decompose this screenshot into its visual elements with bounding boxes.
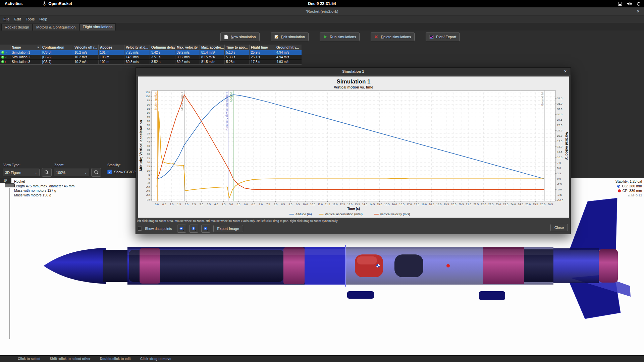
svg-text:55: 55 bbox=[147, 132, 150, 135]
svg-text:60: 60 bbox=[147, 128, 150, 131]
event-marker-label: Motor ignition bbox=[154, 92, 157, 110]
system-top-bar: Activities OpenRocket Dec 9 22:31:54 bbox=[0, 0, 644, 7]
chart-zoom-out-button[interactable] bbox=[201, 225, 210, 233]
dialog-close-icon[interactable]: × bbox=[564, 69, 567, 74]
status-ball-icon bbox=[1, 51, 4, 54]
simulation-toolbar: New simulation Edit simulation Run simul… bbox=[220, 33, 460, 41]
zoom-dropdown[interactable]: 100%⌄ bbox=[54, 169, 89, 176]
svg-text:4.0: 4.0 bbox=[214, 203, 218, 206]
app-name[interactable]: OpenRocket bbox=[43, 1, 72, 6]
table-cell: 10.2 m/s bbox=[73, 60, 99, 64]
chevron-down-icon: ⌄ bbox=[35, 171, 37, 174]
dialog-controls: Show data points Export Image bbox=[138, 224, 569, 233]
column-header[interactable]: Velocity at d... bbox=[124, 45, 150, 50]
svg-text:Altitude (m): Altitude (m) bbox=[296, 212, 312, 216]
svg-text:15.5: 15.5 bbox=[384, 203, 390, 206]
column-header[interactable]: Apogee bbox=[99, 45, 124, 50]
window-title-bar[interactable]: *Rocket (eris2.ork) × bbox=[0, 7, 644, 15]
table-cell: 4.93 m/s bbox=[275, 60, 301, 64]
volume-icon[interactable] bbox=[627, 2, 632, 6]
show-data-points-checkbox[interactable] bbox=[138, 227, 142, 231]
edit-simulation-button[interactable]: Edit simulation bbox=[271, 33, 309, 41]
column-header[interactable]: Optimum delay bbox=[150, 45, 175, 50]
svg-text:-5: -5 bbox=[148, 182, 150, 185]
tab-motors-configuration[interactable]: Motors & Configuration bbox=[33, 24, 79, 31]
svg-text:13.5: 13.5 bbox=[355, 203, 360, 206]
table-cell: [C6-5] bbox=[41, 55, 73, 59]
table-row[interactable]: ✓Simulation 2[C6-5]10.2 m/s103 m14.9 m/s… bbox=[0, 55, 302, 60]
column-header[interactable]: Max. velocity bbox=[175, 45, 200, 50]
menu-help[interactable]: Help bbox=[37, 16, 49, 22]
menu-tools[interactable]: Tools bbox=[23, 16, 37, 22]
table-cell: 39.2 m/s bbox=[175, 55, 200, 59]
run-play-icon bbox=[323, 35, 327, 39]
column-header[interactable]: Velocity off r... bbox=[73, 45, 99, 50]
show-cgcp-checkbox[interactable]: ✓ Show CG/CP bbox=[107, 170, 136, 174]
rocket-logo-icon bbox=[43, 1, 46, 6]
svg-text:100: 100 bbox=[146, 95, 150, 98]
menu-bar: File Edit Tools Help bbox=[0, 15, 644, 23]
table-row[interactable]: !Simulation 3[C6-7]10.2 m/s102 m30.8 m/s… bbox=[0, 60, 302, 64]
rotation-slider-track[interactable] bbox=[9, 188, 10, 339]
svg-text:9.5: 9.5 bbox=[296, 203, 300, 206]
run-simulations-button[interactable]: Run simulations bbox=[320, 33, 360, 41]
svg-text:25.0: 25.0 bbox=[557, 124, 562, 127]
table-cell: 14.9 m/s bbox=[124, 55, 150, 59]
svg-text:40: 40 bbox=[147, 144, 150, 147]
table-cell: 10.2 m/s bbox=[73, 50, 99, 55]
menu-edit[interactable]: Edit bbox=[12, 16, 23, 22]
column-header[interactable] bbox=[0, 45, 10, 50]
svg-text:27.5: 27.5 bbox=[557, 118, 562, 121]
zoom-out-view-button[interactable] bbox=[42, 168, 52, 177]
view-type-dropdown[interactable]: 3D Figure⌄ bbox=[3, 169, 40, 176]
svg-text:25: 25 bbox=[147, 157, 150, 160]
chart-panel: Simulation 1 Vertical motion vs. time 0.… bbox=[138, 76, 569, 218]
magnifier-icon bbox=[44, 170, 49, 175]
table-cell: 4.94 m/s bbox=[275, 50, 301, 55]
svg-text:105: 105 bbox=[146, 91, 150, 94]
rotation-slider-handle[interactable] bbox=[5, 183, 15, 187]
table-row[interactable]: ✓Simulation 1[C6-3]10.2 m/s101 m7.25 m/s… bbox=[0, 50, 302, 55]
svg-text:10: 10 bbox=[147, 169, 150, 172]
table-cell: 81.4 m/s² bbox=[200, 50, 225, 55]
svg-text:10.0: 10.0 bbox=[303, 203, 308, 206]
network-icon[interactable] bbox=[618, 2, 622, 6]
zoom-in-icon bbox=[179, 226, 184, 231]
column-header[interactable]: Ground hit v... bbox=[275, 45, 301, 50]
column-header[interactable]: Configuration bbox=[41, 45, 73, 50]
svg-text:Altitude; Vertical acceleratio: Altitude; Vertical acceleration bbox=[139, 120, 143, 172]
cp-marker bbox=[446, 264, 450, 267]
window-title: *Rocket (eris2.ork) bbox=[306, 9, 338, 13]
plot-export-button[interactable]: Plot / Export bbox=[426, 33, 460, 41]
tab-flight-simulations[interactable]: Flight simulations bbox=[79, 23, 116, 31]
svg-text:Vertical velocity: Vertical velocity bbox=[565, 132, 569, 160]
zoom-label: Zoom: bbox=[54, 163, 64, 167]
dialog-close-button[interactable]: Close bbox=[550, 224, 568, 231]
svg-text:-10: -10 bbox=[146, 186, 150, 189]
activities-button[interactable]: Activities bbox=[5, 1, 22, 6]
vertical-motion-chart[interactable]: 0.00.51.01.52.02.53.03.54.04.55.05.56.06… bbox=[138, 89, 569, 218]
tab-rocket-design[interactable]: Rocket design bbox=[1, 24, 33, 31]
table-cell: 3.42 s bbox=[150, 50, 175, 55]
chart-reset-zoom-button[interactable] bbox=[189, 225, 198, 233]
svg-text:7.0: 7.0 bbox=[259, 203, 263, 206]
cp-icon bbox=[618, 189, 621, 192]
table-cell: 39.2 m/s bbox=[175, 60, 200, 64]
svg-text:70: 70 bbox=[147, 120, 150, 123]
svg-text:85: 85 bbox=[147, 107, 150, 110]
tab-bar: Rocket design Motors & Configuration Fli… bbox=[0, 23, 644, 31]
menu-file[interactable]: File bbox=[1, 16, 12, 22]
column-header[interactable]: Name∨ bbox=[10, 45, 41, 50]
chart-zoom-in-button[interactable] bbox=[177, 225, 186, 233]
column-header[interactable]: Time to apo... bbox=[225, 45, 250, 50]
new-simulation-button[interactable]: New simulation bbox=[220, 33, 260, 41]
power-icon[interactable] bbox=[637, 2, 641, 6]
chart-subtitle: Vertical motion vs. time bbox=[138, 85, 569, 89]
delete-simulations-button[interactable]: Delete simulations bbox=[371, 33, 415, 41]
dialog-title-bar[interactable]: Simulation 1 × bbox=[136, 68, 571, 75]
column-header[interactable]: Flight time bbox=[250, 45, 275, 50]
window-close-icon[interactable]: × bbox=[637, 9, 639, 14]
export-image-button[interactable]: Export Image bbox=[213, 225, 243, 232]
zoom-in-view-button[interactable] bbox=[91, 168, 101, 177]
column-header[interactable]: Max. acceler... bbox=[200, 45, 225, 50]
